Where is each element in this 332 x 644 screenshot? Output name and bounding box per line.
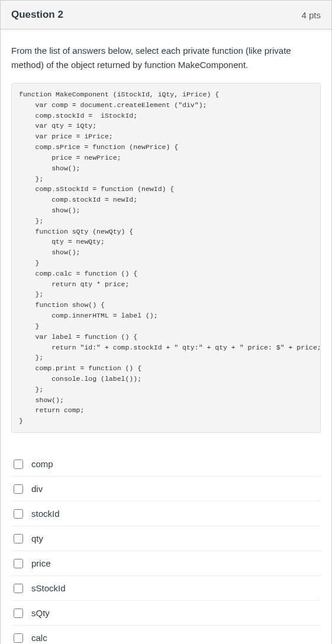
- answer-option[interactable]: qty: [11, 526, 321, 551]
- answer-list: comp div stockId qty price sStockId: [11, 452, 321, 644]
- answer-label: sStockId: [31, 583, 66, 593]
- question-title: Question 2: [11, 9, 63, 21]
- question-points: 4 pts: [301, 10, 321, 20]
- answer-label: price: [31, 558, 51, 568]
- answer-checkbox[interactable]: [14, 559, 23, 568]
- answer-checkbox[interactable]: [14, 459, 23, 469]
- answer-checkbox[interactable]: [14, 484, 23, 494]
- answer-label: stockId: [31, 509, 60, 519]
- answer-label: div: [31, 484, 43, 494]
- answer-option[interactable]: sStockId: [11, 576, 321, 601]
- answer-checkbox[interactable]: [14, 609, 23, 618]
- answer-checkbox[interactable]: [14, 633, 23, 643]
- answer-option[interactable]: stockId: [11, 501, 321, 526]
- question-prompt: From the list of answers below, select e…: [11, 44, 321, 72]
- code-block: function MakeComponent (iStockId, iQty, …: [11, 83, 321, 433]
- answer-checkbox[interactable]: [14, 509, 23, 519]
- answer-label: comp: [31, 459, 53, 469]
- answer-option[interactable]: price: [11, 551, 321, 576]
- answer-label: qty: [31, 533, 43, 543]
- answer-option[interactable]: div: [11, 477, 321, 501]
- answer-label: sQty: [31, 608, 50, 618]
- answer-label: calc: [31, 633, 47, 643]
- question-header: Question 2 4 pts: [1, 1, 331, 30]
- answer-checkbox[interactable]: [14, 534, 23, 543]
- question-card: Question 2 4 pts From the list of answer…: [0, 0, 332, 644]
- question-body: From the list of answers below, select e…: [1, 30, 331, 644]
- answer-option[interactable]: sQty: [11, 601, 321, 626]
- answer-option[interactable]: comp: [11, 452, 321, 477]
- answer-checkbox[interactable]: [14, 584, 23, 593]
- answer-option[interactable]: calc: [11, 626, 321, 644]
